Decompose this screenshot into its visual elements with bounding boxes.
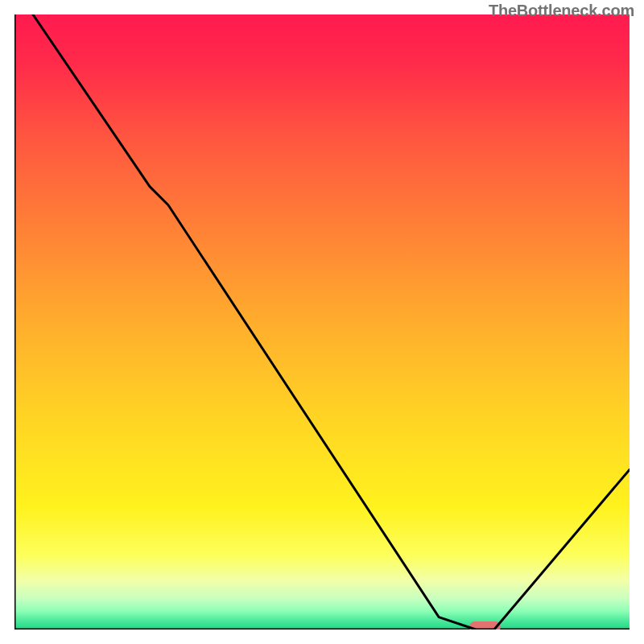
plot-area (14, 14, 630, 630)
chart-overlay (14, 14, 630, 630)
watermark-label: TheBottleneck.com (489, 2, 634, 20)
bottleneck-chart: TheBottleneck.com (0, 0, 644, 644)
bottleneck-curve (33, 14, 630, 630)
